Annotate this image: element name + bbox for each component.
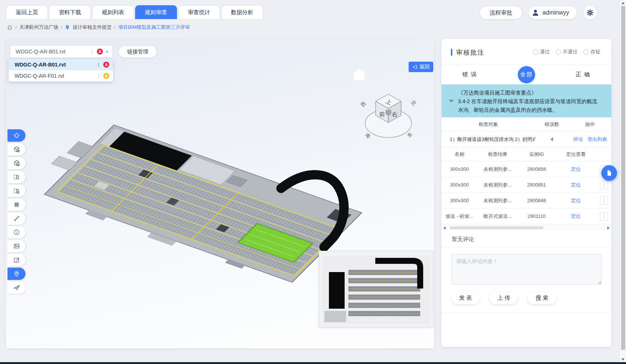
tab-errors[interactable]: 错 误 xyxy=(442,65,498,84)
tab-correct[interactable]: 正 确 xyxy=(555,65,611,84)
locate-link[interactable]: 定位 xyxy=(571,213,581,219)
model-file-select[interactable]: WDGC-Q-AR-B01.rvt ⋮ A ∧ xyxy=(10,46,112,58)
detail-table-row[interactable]: 300x300 未检测到参... 2900846 定位 ⋮ xyxy=(442,193,611,209)
snapshot-button[interactable] xyxy=(7,240,25,252)
tab-data-download[interactable]: 资料下载 xyxy=(49,5,91,19)
radio-circle-icon[interactable] xyxy=(556,49,561,55)
scrollbar-thumb[interactable] xyxy=(621,6,625,350)
detail-table-row[interactable]: 坡道 - 砼坡... 敞开式坡道... 2901110 定位 ⋮ xyxy=(442,209,611,224)
rule-source: 《万达商业项目施工图审查要点》 xyxy=(458,89,600,97)
locate-link[interactable]: 定位 xyxy=(571,166,581,172)
process-approval-button[interactable]: 流程审批 xyxy=(480,6,522,19)
file-dropdown-item[interactable]: WDGC-Q-AR-F01.rvt ⋮ A xyxy=(9,70,113,81)
file-kebab-icon[interactable]: ⋮ xyxy=(96,62,101,68)
cell-name: 300x300 xyxy=(442,166,477,172)
home-icon[interactable] xyxy=(7,24,13,30)
viewer-back-button[interactable]: 返回 xyxy=(409,62,433,72)
radio-fail[interactable]: 不通过 xyxy=(556,49,577,55)
comment-input[interactable] xyxy=(451,254,602,285)
tab-data-analysis[interactable]: 数据分析 xyxy=(221,5,263,19)
detail-table-row[interactable]: 300x300 未检测到参... 2900856 定位 ⋮ xyxy=(442,161,611,177)
radio-circle-icon[interactable] xyxy=(533,49,538,55)
scroll-left-arrow-icon[interactable] xyxy=(443,226,446,229)
check-object-text: 1）敞开坡道设3耐轮压排水沟 2）封闭式 xyxy=(442,136,535,143)
file-badge-red: A xyxy=(103,62,109,68)
link-manage-button[interactable]: 链接管理 xyxy=(119,46,156,58)
back-label: 返回 xyxy=(419,64,430,70)
cell-name: 坡道 - 砼坡... xyxy=(442,213,477,220)
detail-table-header: 名称 检查结果 实例ID 定位查看 xyxy=(442,147,611,161)
search-button[interactable]: 搜 索 xyxy=(528,291,556,304)
minimap[interactable] xyxy=(319,251,433,327)
tab-review-statistics[interactable]: 审查统计 xyxy=(178,5,220,19)
section-plane-button[interactable] xyxy=(7,185,25,197)
tab-all-circle[interactable]: 全部 xyxy=(518,66,535,83)
cell-name: 300x300 xyxy=(442,198,477,203)
model-viewer[interactable]: 西 北 南 东 上 前 右 WDGC-Q-AR-B01.rvt ⋮ A ∧ 链接… xyxy=(6,39,434,348)
tab-back-to-previous[interactable]: 返回上页 xyxy=(6,5,48,19)
tab-rule-review[interactable]: 规则审查 xyxy=(135,5,177,19)
table-horizontal-scrollbar[interactable] xyxy=(442,225,611,230)
chevron-down-icon[interactable] xyxy=(449,99,454,102)
measure-button[interactable] xyxy=(7,212,25,225)
info-button[interactable] xyxy=(7,226,25,238)
export-document-fab[interactable] xyxy=(601,165,617,181)
scroll-up-arrow-icon[interactable] xyxy=(622,2,625,4)
scroll-down-arrow-icon[interactable] xyxy=(622,358,625,361)
user-menu[interactable]: adminwyy xyxy=(529,6,577,19)
radio-pass[interactable]: 通过 xyxy=(533,49,550,55)
row-more-button[interactable]: ⋮ xyxy=(600,197,608,205)
publish-button[interactable]: 发 表 xyxy=(451,291,480,304)
breadcrumb-project[interactable]: 天津蓟州万达广场 xyxy=(19,24,58,31)
focus-target-button[interactable] xyxy=(7,129,25,142)
export-list-link[interactable]: 导出列表 xyxy=(587,136,607,143)
row-more-button[interactable]: ⋮ xyxy=(600,181,608,189)
image-icon xyxy=(13,243,20,249)
settings-button[interactable] xyxy=(583,6,597,19)
username: adminwyy xyxy=(543,9,569,16)
scroll-right-arrow-icon[interactable] xyxy=(607,226,610,229)
upload-button[interactable]: 上 传 xyxy=(489,291,518,304)
breadcrumb-submission[interactable]: 设计审核文件提交 xyxy=(73,24,112,31)
rule-highlight-block[interactable]: 《万达商业项目施工图审查要点》 3.4-2 在车道敞开段终端及车道底部应设置与坡… xyxy=(442,84,611,117)
model-tree-button[interactable] xyxy=(7,143,25,155)
tab-all[interactable]: 全部 xyxy=(498,65,555,84)
rule-clause: 3.4-2 在车道敞开段终端及车道底部应设置与坡道同宽的截流水沟、耐轮压的金属沟… xyxy=(458,97,600,114)
detail-table-row[interactable]: 300x300 未检测到参... 2900851 定位 ⋮ xyxy=(442,177,611,193)
row-more-button[interactable]: ⋮ xyxy=(600,212,608,220)
radio-fail-label: 不通过 xyxy=(563,49,577,55)
scrollbar-thumb[interactable] xyxy=(450,226,543,229)
view-cube[interactable]: 西 北 南 东 上 前 右 xyxy=(357,82,420,145)
compass-east-label: 东 xyxy=(406,131,413,139)
header-right-cluster: 流程审批 adminwyy xyxy=(480,6,597,19)
cube-front-label: 前 xyxy=(379,111,385,117)
viewer-home-icon[interactable] xyxy=(352,67,366,82)
breadcrumb-current[interactable]: 项目BIM模型及施工图第三方评审 xyxy=(118,24,190,31)
locate-link[interactable]: 定位 xyxy=(571,198,581,203)
grid-button[interactable] xyxy=(7,198,25,211)
comment-link[interactable]: 评论 xyxy=(573,136,583,143)
send-view-button[interactable] xyxy=(7,281,25,294)
locate-link[interactable]: 定位 xyxy=(571,182,581,188)
check-table-row[interactable]: 1）敞开坡道设3耐轮压排水沟 2）封闭式 4 评论 导出列表 xyxy=(442,132,611,147)
panel-divider xyxy=(442,312,611,313)
grid-icon xyxy=(13,201,20,208)
col-instance-id: 实例ID xyxy=(518,151,555,158)
gear-icon xyxy=(586,9,594,16)
page-vertical-scrollbar[interactable] xyxy=(620,0,626,362)
col-check-object: 检查对象 xyxy=(442,121,535,128)
radio-doubt[interactable]: 存疑 xyxy=(583,49,600,55)
cell-result: 未检测到参... xyxy=(477,197,518,204)
file-kebab-icon[interactable]: ⋮ xyxy=(90,49,95,55)
section-box-button[interactable] xyxy=(7,171,25,183)
chevron-up-icon[interactable]: ∧ xyxy=(105,49,109,53)
selected-file-name: WDGC-Q-AR-B01.rvt xyxy=(16,49,88,55)
compass-south-label: 南 xyxy=(364,132,372,139)
tab-rule-list[interactable]: 规则列表 xyxy=(92,5,134,19)
model-hide-button[interactable] xyxy=(7,157,25,169)
file-kebab-icon[interactable]: ⋮ xyxy=(96,73,101,79)
locate-pin-button[interactable] xyxy=(7,268,25,280)
file-dropdown-item[interactable]: WDGC-Q-AR-B01.rvt ⋮ A xyxy=(9,59,113,70)
radio-circle-icon[interactable] xyxy=(583,49,589,55)
markup-button[interactable] xyxy=(7,254,25,266)
